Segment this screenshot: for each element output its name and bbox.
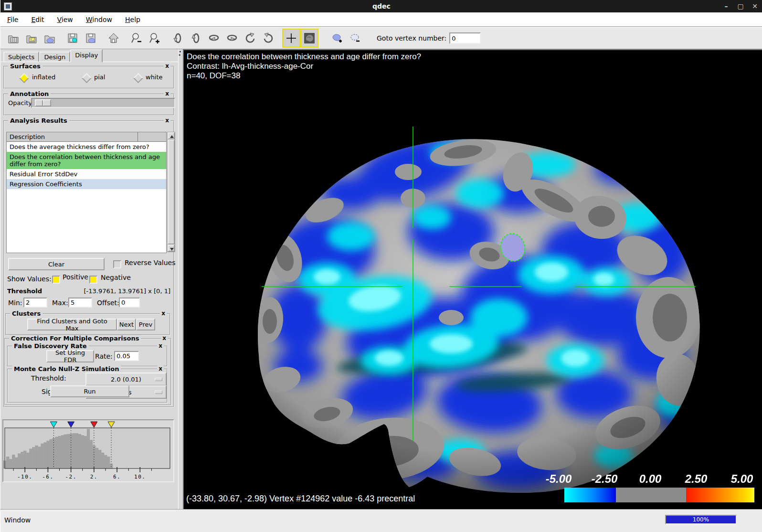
radio-white-label[interactable]: white: [146, 74, 163, 81]
fdr-close-icon[interactable]: x: [157, 343, 164, 349]
scroll-thumb[interactable]: [168, 139, 175, 245]
colorbar-positive-gradient: [686, 488, 754, 502]
radio-inflated[interactable]: [19, 73, 29, 83]
tab-subjects[interactable]: Subjects: [3, 52, 39, 62]
opacity-slider-thumb[interactable]: [35, 99, 51, 106]
radio-pial-label[interactable]: pial: [94, 74, 105, 81]
analysis-result-row[interactable]: Does the correlation between thickness a…: [7, 152, 166, 169]
clear-button[interactable]: Clear: [8, 258, 105, 270]
fdr-rate-input[interactable]: [114, 351, 139, 361]
brain-surface-render[interactable]: [184, 50, 762, 509]
analysis-result-row[interactable]: Regression Coefficients: [7, 179, 166, 189]
tab-design[interactable]: Design: [39, 52, 70, 62]
threshold-marker-negative-max[interactable]: [50, 422, 57, 427]
optionmenu-indicator-icon: [155, 391, 162, 394]
threshold-marker-positive-min[interactable]: [91, 422, 97, 427]
offset-input[interactable]: [119, 298, 140, 308]
vertex-status-line: (-33.80, 30.67, -2.98) Vertex #124962 va…: [186, 494, 415, 504]
rotate-right-icon[interactable]: [223, 29, 241, 48]
run-simulation-button[interactable]: Run: [50, 385, 129, 397]
radio-white[interactable]: [133, 73, 143, 83]
tab-display[interactable]: Display: [70, 49, 103, 62]
set-using-fdr-button[interactable]: Set Using FDR: [46, 350, 94, 362]
clusters-group-title: Clusters: [10, 310, 42, 317]
surfaces-close-icon[interactable]: x: [164, 63, 170, 69]
rotate-down-icon[interactable]: [187, 29, 205, 48]
load-label-icon[interactable]: [41, 29, 59, 48]
menu-file[interactable]: File: [7, 16, 18, 23]
zoom-out-icon[interactable]: [127, 29, 146, 48]
progress-fill: 100%: [666, 516, 736, 523]
montecarlo-close-icon[interactable]: x: [157, 366, 164, 372]
annotation-group: Annotation x Opacity:: [3, 94, 174, 116]
positive-checkbox[interactable]: [52, 276, 60, 284]
sash-arrows-icon[interactable]: ◂▸: [179, 50, 181, 57]
negative-label[interactable]: Negative: [101, 274, 131, 281]
radio-inflated-label[interactable]: inflated: [32, 74, 55, 81]
reverse-values-checkbox[interactable]: [113, 260, 121, 268]
rotate-counterclockwise-icon[interactable]: [241, 29, 259, 48]
zoom-in-icon[interactable]: [146, 29, 164, 48]
annotation-close-icon[interactable]: x: [164, 91, 170, 97]
progress-bar: 100%: [665, 515, 737, 524]
surface-viewport: Does the correlation between thickness a…: [183, 49, 762, 509]
dof-text: n=40, DOF=38: [187, 71, 421, 81]
negative-checkbox[interactable]: [89, 276, 97, 284]
prev-cluster-button[interactable]: Prev: [136, 319, 155, 330]
rotate-clockwise-icon[interactable]: [259, 29, 277, 48]
analysis-results-scrollbar[interactable]: [167, 132, 175, 252]
minimize-icon[interactable]: –: [722, 2, 730, 10]
reverse-values-label[interactable]: Reverse Values: [125, 259, 175, 266]
show-curvature-brain-icon[interactable]: [300, 29, 318, 48]
maximize-icon[interactable]: ▢: [737, 2, 744, 10]
scroll-up-icon[interactable]: [168, 132, 175, 139]
remove-selection-label-icon[interactable]: [346, 29, 364, 48]
rotate-up-icon[interactable]: [169, 29, 187, 48]
min-input[interactable]: [23, 298, 47, 308]
find-clusters-button[interactable]: Find Clusters and Goto Max: [27, 319, 117, 330]
add-selection-label-icon[interactable]: [328, 29, 346, 48]
analysis-results-close-icon[interactable]: x: [164, 117, 170, 124]
scroll-down-icon[interactable]: [168, 245, 175, 252]
save-label-icon[interactable]: [82, 29, 100, 48]
load-project-file-icon[interactable]: [22, 29, 41, 48]
correction-group-title: Correction For Multiple Comparisons: [9, 335, 141, 342]
menubar: File Edit View Window Help: [0, 12, 762, 27]
colorbar-label: -2.50: [582, 472, 627, 486]
restore-view-home-icon[interactable]: [105, 29, 123, 48]
goto-vertex-label: Goto vertex number:: [377, 34, 446, 42]
colorbar-label: 2.50: [673, 472, 719, 486]
analysis-result-row[interactable]: Does the average thickness differ from z…: [7, 142, 166, 152]
analysis-results-listbox: Description Does the average thickness d…: [6, 132, 167, 253]
menu-window[interactable]: Window: [86, 16, 112, 23]
menu-help[interactable]: Help: [125, 16, 140, 23]
menu-edit[interactable]: Edit: [31, 16, 44, 23]
colorbar-negative-gradient: [564, 488, 616, 502]
analysis-results-header[interactable]: Description: [7, 132, 166, 142]
surfaces-group-title: Surfaces: [8, 63, 42, 70]
goto-vertex-input[interactable]: [449, 32, 481, 44]
menu-view[interactable]: View: [57, 16, 73, 23]
opacity-slider[interactable]: [31, 98, 175, 108]
rotate-left-icon[interactable]: [205, 29, 223, 48]
threshold-marker-positive-max[interactable]: [108, 422, 115, 427]
optionmenu-indicator-icon: [155, 378, 162, 381]
positive-label[interactable]: Positive: [63, 273, 88, 281]
threshold-marker-negative-min[interactable]: [68, 422, 74, 427]
description-column-header[interactable]: Description: [7, 132, 138, 141]
analysis-result-row[interactable]: Residual Error StdDev: [7, 169, 166, 179]
svg-text:6.: 6.: [113, 474, 121, 480]
threshold-histogram[interactable]: -10.-6.-2.2.6.10.: [2, 419, 174, 482]
max-input[interactable]: [68, 298, 92, 308]
colorbar-label: 0.00: [627, 472, 673, 486]
clusters-close-icon[interactable]: x: [160, 310, 167, 317]
analysis-results-group: Analysis Results x Description Does the …: [3, 120, 174, 407]
save-data-table-icon[interactable]: [64, 29, 82, 48]
correction-close-icon[interactable]: x: [161, 335, 168, 341]
mc-threshold-dropdown[interactable]: 2.0 (0.01): [85, 372, 167, 386]
next-cluster-button[interactable]: Next: [117, 319, 136, 330]
show-cursor-crosshair-icon[interactable]: [282, 29, 300, 48]
radio-pial[interactable]: [82, 73, 92, 83]
load-data-table-icon[interactable]: [4, 29, 22, 48]
close-icon[interactable]: ✕: [751, 2, 759, 10]
